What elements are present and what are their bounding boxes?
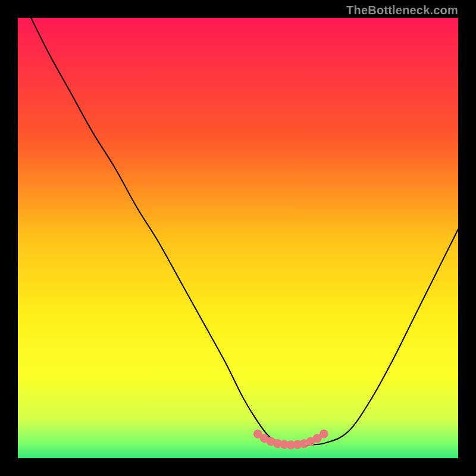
marker-dot [320, 430, 328, 439]
bottleneck-curve [31, 18, 458, 445]
plot-area [18, 18, 458, 458]
curve-layer [18, 18, 458, 458]
marker-group [253, 430, 328, 450]
chart-frame: TheBottleneck.com [0, 0, 476, 476]
watermark-text: TheBottleneck.com [346, 4, 458, 17]
